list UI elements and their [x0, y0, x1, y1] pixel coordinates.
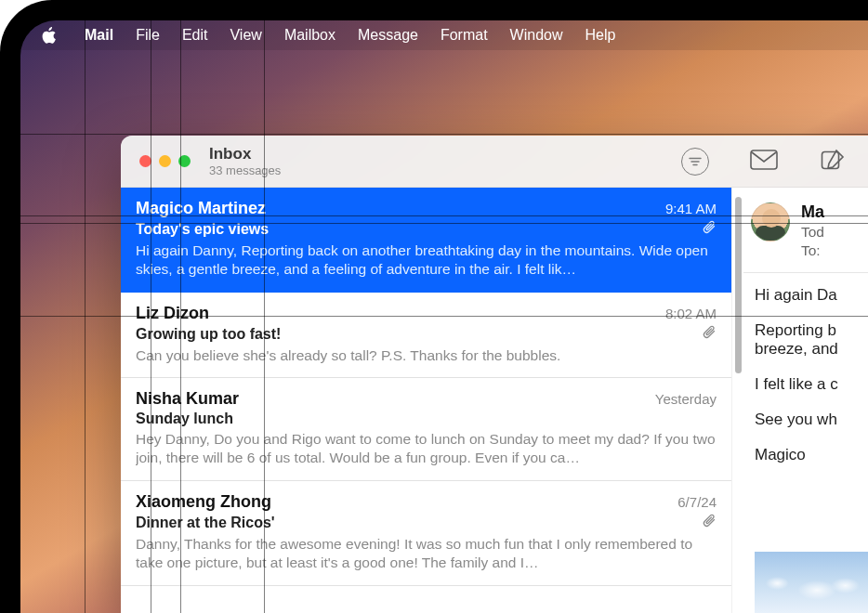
window-titlebar: Inbox 33 messages: [121, 136, 868, 188]
menubar-mailbox[interactable]: Mailbox: [273, 20, 347, 50]
filter-button[interactable]: [677, 145, 714, 178]
menubar-help[interactable]: Help: [574, 20, 627, 50]
window-zoom-button[interactable]: [178, 155, 191, 167]
menubar-format[interactable]: Format: [429, 20, 499, 50]
message-row[interactable]: Nisha KumarYesterdaySunday lunchHey Dann…: [121, 378, 731, 481]
window-controls: [139, 155, 191, 167]
message-date: 8:02 AM: [665, 306, 717, 321]
message-sender: Nisha Kumar: [136, 389, 239, 409]
message-row[interactable]: Liz Dizon8:02 AMGrowing up too fast!Can …: [121, 293, 731, 379]
message-list-pane: Magico Martinez9:41 AMToday's epic views…: [121, 188, 743, 613]
message-row[interactable]: Xiaomeng Zhong6/7/24Dinner at the Ricos'…: [121, 481, 731, 586]
reading-body-line: I felt like a c: [755, 375, 868, 394]
mailbox-header: Inbox 33 messages: [209, 145, 281, 178]
message-sender: Xiaomeng Zhong: [136, 492, 271, 512]
message-preview: Can you believe she's already so tall? P…: [136, 346, 717, 365]
attached-image-preview[interactable]: [755, 552, 868, 613]
compose-icon: [821, 149, 845, 175]
reading-body-line: Reporting b breeze, and: [755, 321, 868, 359]
menubar-window[interactable]: Window: [499, 20, 574, 50]
window-close-button[interactable]: [139, 155, 151, 167]
message-sender: Liz Dizon: [136, 304, 209, 323]
message-subject: Growing up too fast!: [136, 326, 281, 343]
reading-to-label: To:: [801, 242, 824, 259]
message-date: 6/7/24: [677, 494, 717, 510]
message-preview: Danny, Thanks for the awesome evening! I…: [136, 535, 717, 572]
message-subject: Today's epic views: [136, 221, 269, 238]
reading-pane: Ma Tod To: Hi again DaReporting b breeze…: [743, 188, 868, 613]
paperclip-icon: [702, 220, 717, 239]
message-preview: Hey Danny, Do you and Rigo want to come …: [136, 430, 717, 467]
mailbox-message-count: 33 messages: [209, 163, 281, 178]
reading-from: Ma: [801, 202, 824, 222]
compose-button[interactable]: [814, 145, 851, 178]
reading-body-line: Hi again Da: [755, 286, 868, 305]
menubar-message[interactable]: Message: [347, 20, 429, 50]
svg-rect-3: [751, 150, 777, 169]
message-sender: Magico Martinez: [136, 199, 266, 218]
paperclip-icon: [702, 514, 717, 532]
envelope-icon: [750, 150, 778, 174]
message-row[interactable]: Magico Martinez9:41 AMToday's epic views…: [121, 188, 731, 293]
menubar-file[interactable]: File: [125, 20, 171, 50]
reading-subject: Tod: [801, 224, 824, 241]
reading-signature: Magico: [755, 446, 868, 464]
apple-menu[interactable]: [41, 26, 57, 45]
get-mail-button[interactable]: [745, 145, 783, 178]
reading-body-line: See you wh: [755, 411, 868, 429]
scrollbar-thumb[interactable]: [735, 197, 742, 373]
menubar-app-name[interactable]: Mail: [73, 20, 125, 50]
message-subject: Sunday lunch: [136, 411, 233, 427]
mailbox-title: Inbox: [209, 145, 281, 163]
sender-avatar[interactable]: [751, 202, 790, 241]
mail-window: Inbox 33 messages: [121, 136, 868, 613]
menubar-edit[interactable]: Edit: [171, 20, 219, 50]
message-list-scrollbar[interactable]: [732, 188, 743, 613]
message-date: 9:41 AM: [665, 201, 717, 216]
message-preview: Hi again Danny, Reporting back on anothe…: [136, 241, 717, 279]
filter-lines-icon: [681, 148, 709, 176]
paperclip-icon: [702, 325, 717, 344]
menubar-view[interactable]: View: [218, 20, 272, 50]
message-date: Yesterday: [655, 391, 717, 407]
message-subject: Dinner at the Ricos': [136, 515, 275, 531]
system-menubar: Mail File Edit View Mailbox Message Form…: [20, 20, 868, 50]
reading-header: Ma Tod To:: [743, 195, 868, 273]
window-minimize-button[interactable]: [159, 155, 171, 167]
